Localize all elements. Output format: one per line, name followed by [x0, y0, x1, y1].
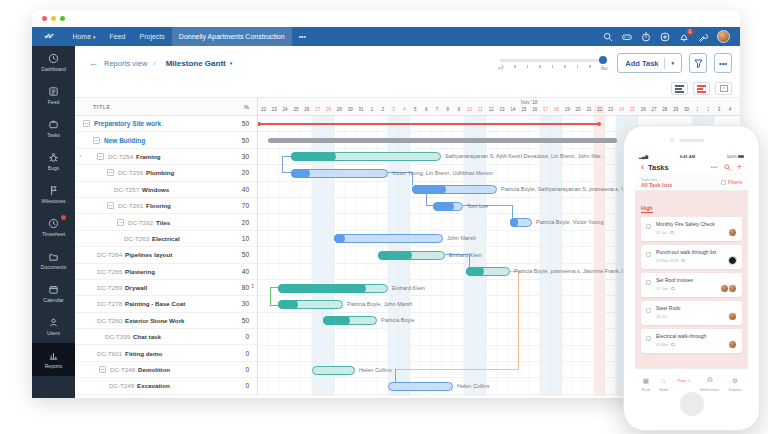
phone-tab-settings[interactable]: ⚙ Settings	[729, 369, 742, 392]
gantt-task-bar[interactable]	[291, 169, 388, 178]
task-name[interactable]: Plastering	[125, 268, 155, 275]
task-name[interactable]: Excavation	[137, 382, 170, 389]
task-name[interactable]: Exterior Stone Work	[125, 317, 184, 324]
sidebar-item-timesheet[interactable]: Timesheet	[32, 211, 75, 244]
gantt-task-bar[interactable]	[312, 366, 355, 375]
table-row[interactable]: −DC-T262Tiles20	[75, 214, 257, 230]
task-checkbox[interactable]	[646, 336, 651, 341]
task-name[interactable]: Tiles	[156, 219, 170, 226]
active-project-tab[interactable]: Donnelly Apartments Construction	[172, 27, 292, 46]
phone-tab-home[interactable]: ⌂ Home	[659, 369, 668, 392]
nav-home[interactable]: Home ▾	[65, 27, 102, 46]
task-name[interactable]: Windows	[142, 186, 169, 193]
phone-tab-projects[interactable]: Projects	[678, 378, 691, 383]
gantt-task-bar[interactable]	[323, 316, 377, 325]
close-window-icon[interactable]	[42, 16, 47, 21]
phone-add-icon[interactable]: +	[737, 162, 742, 172]
gantt-task-bar[interactable]	[433, 202, 463, 211]
phone-task-card[interactable]: Monthly Fire Safety Check 31 Jul	[641, 217, 742, 241]
task-name[interactable]: Pipelines layout	[125, 251, 172, 258]
table-row[interactable]: DC-T257Windows40	[75, 182, 257, 198]
task-name[interactable]: Preparatory Site work	[94, 120, 161, 127]
baseline-view-icon[interactable]	[671, 82, 688, 95]
collapse-icon[interactable]: −	[107, 202, 114, 209]
phone-filters-button[interactable]: Filters	[721, 179, 742, 185]
table-row[interactable]: DC-T264Pipelines layout50	[75, 247, 257, 263]
traffic-lights[interactable]	[42, 16, 65, 21]
phone-task-card[interactable]: Steel Rods 26 Jul	[641, 301, 742, 325]
zoom-slider-track[interactable]	[500, 59, 606, 62]
task-name[interactable]: Chat task	[133, 333, 161, 340]
table-row[interactable]: −Preparatory Site work50	[75, 116, 257, 132]
zoom-slider[interactable]: FIT MAX	[500, 55, 606, 71]
task-name[interactable]: New Building	[104, 137, 145, 144]
phone-tab-feed[interactable]: ▦ Feed	[642, 369, 650, 392]
games-controller-icon[interactable]	[622, 32, 632, 42]
sidebar-item-calendar[interactable]: Calendar	[32, 277, 75, 310]
task-name[interactable]: Plumbing	[146, 169, 174, 176]
gantt-task-bar[interactable]	[378, 251, 445, 260]
title-column-header[interactable]: TITLE	[93, 104, 111, 110]
task-checkbox[interactable]	[646, 308, 651, 313]
sidebar-item-users[interactable]: Users	[32, 310, 75, 343]
task-name[interactable]: Fitting demo	[125, 350, 162, 357]
gantt-task-bar[interactable]	[278, 284, 388, 293]
timer-icon[interactable]	[641, 32, 651, 42]
nav-more[interactable]: •••	[292, 27, 313, 46]
back-arrow-icon[interactable]: ←	[89, 58, 98, 68]
collapse-icon[interactable]: −	[99, 366, 106, 373]
table-row[interactable]: −DC-T248Demolition0	[75, 362, 257, 378]
task-name[interactable]: Electrical	[152, 235, 180, 242]
fullscreen-icon[interactable]	[715, 82, 732, 95]
user-avatar[interactable]	[717, 30, 730, 43]
sidebar-item-feed[interactable]: Feed	[32, 79, 75, 112]
phone-tab-notifications[interactable]: Notifications	[700, 369, 719, 392]
phone-task-card[interactable]: Electrical walk-through 03 Mar	[641, 329, 742, 353]
sidebar-item-documents[interactable]: Documents	[32, 244, 75, 277]
task-name[interactable]: Drywall	[125, 284, 147, 291]
collapse-icon[interactable]: −	[97, 153, 104, 160]
phone-more-icon[interactable]: •••	[711, 164, 718, 170]
add-new-icon[interactable]	[660, 32, 670, 42]
percent-column-header[interactable]: %	[244, 104, 249, 110]
gantt-task-bar[interactable]	[466, 267, 510, 276]
table-row[interactable]: DC-T259Drywall80	[75, 280, 257, 296]
table-row[interactable]: DC-T260Exterior Stone Work50	[75, 313, 257, 329]
task-name[interactable]: Painting - Base Coat	[125, 300, 185, 307]
minimize-window-icon[interactable]	[51, 16, 56, 21]
zoom-slider-knob[interactable]	[599, 56, 607, 64]
sidebar-item-milestones[interactable]: Milestones	[32, 178, 75, 211]
gantt-task-bar[interactable]	[388, 382, 453, 391]
task-checkbox[interactable]	[646, 280, 651, 285]
filter-button[interactable]	[689, 53, 707, 73]
notifications-bell-icon[interactable]: 1	[679, 32, 689, 42]
gantt-task-bar[interactable]	[412, 185, 497, 194]
more-options-button[interactable]: •••	[714, 53, 732, 73]
phone-home-button[interactable]	[680, 392, 704, 416]
collapse-icon[interactable]: −	[117, 219, 124, 226]
phone-task-card[interactable]: Punch-out walk through list 23 Mar 2018	[641, 245, 742, 269]
task-checkbox[interactable]	[646, 252, 651, 257]
tasklist-value[interactable]: All Task lists	[641, 182, 672, 188]
nav-feed[interactable]: Feed	[103, 27, 133, 46]
view-selector[interactable]: Milestone Gantt	[166, 59, 226, 68]
sidebar-item-reports[interactable]: Reports	[32, 343, 75, 376]
task-name[interactable]: Framing	[136, 153, 160, 160]
sidebar-item-tasks[interactable]: Tasks	[32, 112, 75, 145]
tools-wrench-icon[interactable]	[698, 32, 708, 42]
sidebar-item-dashboard[interactable]: Dashboard	[32, 46, 75, 79]
search-icon[interactable]	[603, 32, 613, 42]
table-row[interactable]: −New Building50	[75, 132, 257, 148]
add-task-caret-icon[interactable]: ▾	[671, 60, 674, 66]
table-row[interactable]: DC-T601Fitting demo0	[75, 345, 257, 361]
gantt-task-bar[interactable]	[278, 300, 343, 309]
table-row[interactable]: DC-T265Plastering40	[75, 264, 257, 280]
phone-task-card[interactable]: Set Roof trusses 17 Jan	[641, 273, 742, 297]
task-name[interactable]: Demolition	[138, 366, 170, 373]
table-row[interactable]: −DC-T256Plumbing20	[75, 165, 257, 181]
zoho-projects-logo-icon[interactable]: ✔✔	[44, 32, 51, 41]
collapse-icon[interactable]: −	[107, 169, 114, 176]
breadcrumb-reports-view[interactable]: Reports view	[104, 59, 147, 68]
table-row[interactable]: DC-T399Chat task0	[75, 329, 257, 345]
sidebar-item-bugs[interactable]: Bugs	[32, 145, 75, 178]
